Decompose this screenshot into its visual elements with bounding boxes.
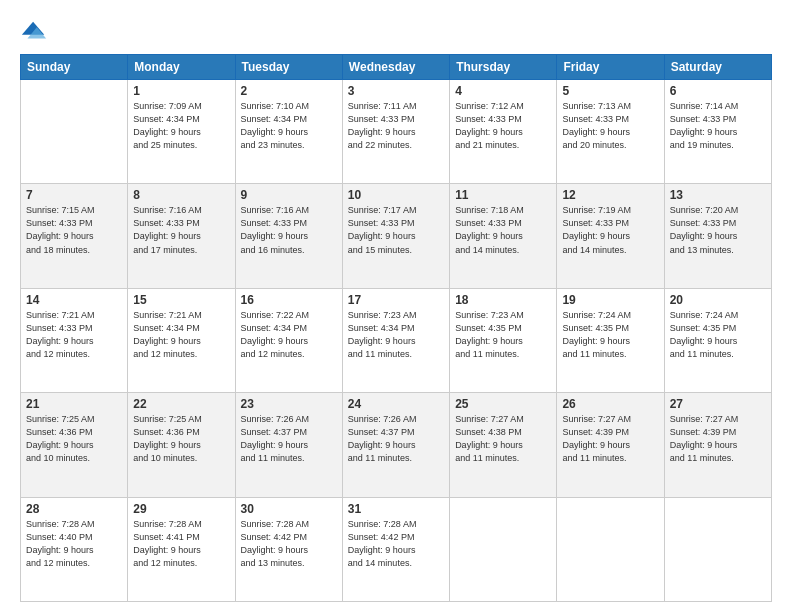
calendar-cell bbox=[664, 497, 771, 601]
calendar-cell: 16Sunrise: 7:22 AM Sunset: 4:34 PM Dayli… bbox=[235, 288, 342, 392]
day-number: 4 bbox=[455, 84, 551, 98]
calendar-cell: 24Sunrise: 7:26 AM Sunset: 4:37 PM Dayli… bbox=[342, 393, 449, 497]
calendar-cell: 28Sunrise: 7:28 AM Sunset: 4:40 PM Dayli… bbox=[21, 497, 128, 601]
calendar-week-row: 28Sunrise: 7:28 AM Sunset: 4:40 PM Dayli… bbox=[21, 497, 772, 601]
calendar-cell: 26Sunrise: 7:27 AM Sunset: 4:39 PM Dayli… bbox=[557, 393, 664, 497]
day-info: Sunrise: 7:25 AM Sunset: 4:36 PM Dayligh… bbox=[26, 413, 122, 465]
day-info: Sunrise: 7:27 AM Sunset: 4:39 PM Dayligh… bbox=[670, 413, 766, 465]
calendar-cell: 27Sunrise: 7:27 AM Sunset: 4:39 PM Dayli… bbox=[664, 393, 771, 497]
day-info: Sunrise: 7:15 AM Sunset: 4:33 PM Dayligh… bbox=[26, 204, 122, 256]
calendar-cell: 8Sunrise: 7:16 AM Sunset: 4:33 PM Daylig… bbox=[128, 184, 235, 288]
day-info: Sunrise: 7:17 AM Sunset: 4:33 PM Dayligh… bbox=[348, 204, 444, 256]
day-info: Sunrise: 7:22 AM Sunset: 4:34 PM Dayligh… bbox=[241, 309, 337, 361]
calendar-day-header: Saturday bbox=[664, 55, 771, 80]
day-number: 10 bbox=[348, 188, 444, 202]
calendar-cell: 6Sunrise: 7:14 AM Sunset: 4:33 PM Daylig… bbox=[664, 80, 771, 184]
calendar-cell: 1Sunrise: 7:09 AM Sunset: 4:34 PM Daylig… bbox=[128, 80, 235, 184]
day-number: 13 bbox=[670, 188, 766, 202]
calendar-cell: 23Sunrise: 7:26 AM Sunset: 4:37 PM Dayli… bbox=[235, 393, 342, 497]
calendar-cell: 21Sunrise: 7:25 AM Sunset: 4:36 PM Dayli… bbox=[21, 393, 128, 497]
day-number: 12 bbox=[562, 188, 658, 202]
day-info: Sunrise: 7:28 AM Sunset: 4:40 PM Dayligh… bbox=[26, 518, 122, 570]
calendar-cell bbox=[21, 80, 128, 184]
calendar-day-header: Sunday bbox=[21, 55, 128, 80]
calendar-header-row: SundayMondayTuesdayWednesdayThursdayFrid… bbox=[21, 55, 772, 80]
day-info: Sunrise: 7:19 AM Sunset: 4:33 PM Dayligh… bbox=[562, 204, 658, 256]
day-number: 30 bbox=[241, 502, 337, 516]
logo bbox=[20, 18, 52, 46]
day-number: 8 bbox=[133, 188, 229, 202]
day-info: Sunrise: 7:12 AM Sunset: 4:33 PM Dayligh… bbox=[455, 100, 551, 152]
calendar-cell: 15Sunrise: 7:21 AM Sunset: 4:34 PM Dayli… bbox=[128, 288, 235, 392]
calendar-week-row: 1Sunrise: 7:09 AM Sunset: 4:34 PM Daylig… bbox=[21, 80, 772, 184]
day-number: 28 bbox=[26, 502, 122, 516]
calendar-cell: 30Sunrise: 7:28 AM Sunset: 4:42 PM Dayli… bbox=[235, 497, 342, 601]
day-info: Sunrise: 7:28 AM Sunset: 4:41 PM Dayligh… bbox=[133, 518, 229, 570]
day-info: Sunrise: 7:23 AM Sunset: 4:35 PM Dayligh… bbox=[455, 309, 551, 361]
day-info: Sunrise: 7:14 AM Sunset: 4:33 PM Dayligh… bbox=[670, 100, 766, 152]
calendar-day-header: Friday bbox=[557, 55, 664, 80]
calendar-day-header: Tuesday bbox=[235, 55, 342, 80]
day-info: Sunrise: 7:16 AM Sunset: 4:33 PM Dayligh… bbox=[241, 204, 337, 256]
day-number: 11 bbox=[455, 188, 551, 202]
day-info: Sunrise: 7:28 AM Sunset: 4:42 PM Dayligh… bbox=[348, 518, 444, 570]
calendar-cell: 19Sunrise: 7:24 AM Sunset: 4:35 PM Dayli… bbox=[557, 288, 664, 392]
day-number: 15 bbox=[133, 293, 229, 307]
calendar-cell: 2Sunrise: 7:10 AM Sunset: 4:34 PM Daylig… bbox=[235, 80, 342, 184]
day-number: 24 bbox=[348, 397, 444, 411]
day-info: Sunrise: 7:26 AM Sunset: 4:37 PM Dayligh… bbox=[348, 413, 444, 465]
logo-icon bbox=[20, 18, 48, 46]
calendar-cell: 5Sunrise: 7:13 AM Sunset: 4:33 PM Daylig… bbox=[557, 80, 664, 184]
calendar-day-header: Monday bbox=[128, 55, 235, 80]
calendar-cell: 7Sunrise: 7:15 AM Sunset: 4:33 PM Daylig… bbox=[21, 184, 128, 288]
day-info: Sunrise: 7:21 AM Sunset: 4:33 PM Dayligh… bbox=[26, 309, 122, 361]
day-info: Sunrise: 7:24 AM Sunset: 4:35 PM Dayligh… bbox=[670, 309, 766, 361]
calendar-cell: 3Sunrise: 7:11 AM Sunset: 4:33 PM Daylig… bbox=[342, 80, 449, 184]
calendar-cell: 14Sunrise: 7:21 AM Sunset: 4:33 PM Dayli… bbox=[21, 288, 128, 392]
calendar-day-header: Thursday bbox=[450, 55, 557, 80]
day-info: Sunrise: 7:16 AM Sunset: 4:33 PM Dayligh… bbox=[133, 204, 229, 256]
day-number: 25 bbox=[455, 397, 551, 411]
day-number: 1 bbox=[133, 84, 229, 98]
calendar-cell: 25Sunrise: 7:27 AM Sunset: 4:38 PM Dayli… bbox=[450, 393, 557, 497]
calendar-cell bbox=[450, 497, 557, 601]
calendar-week-row: 14Sunrise: 7:21 AM Sunset: 4:33 PM Dayli… bbox=[21, 288, 772, 392]
day-number: 5 bbox=[562, 84, 658, 98]
day-number: 26 bbox=[562, 397, 658, 411]
header bbox=[20, 18, 772, 46]
page: SundayMondayTuesdayWednesdayThursdayFrid… bbox=[0, 0, 792, 612]
calendar: SundayMondayTuesdayWednesdayThursdayFrid… bbox=[20, 54, 772, 602]
day-info: Sunrise: 7:09 AM Sunset: 4:34 PM Dayligh… bbox=[133, 100, 229, 152]
day-info: Sunrise: 7:13 AM Sunset: 4:33 PM Dayligh… bbox=[562, 100, 658, 152]
calendar-cell: 17Sunrise: 7:23 AM Sunset: 4:34 PM Dayli… bbox=[342, 288, 449, 392]
day-info: Sunrise: 7:20 AM Sunset: 4:33 PM Dayligh… bbox=[670, 204, 766, 256]
day-number: 22 bbox=[133, 397, 229, 411]
calendar-cell: 22Sunrise: 7:25 AM Sunset: 4:36 PM Dayli… bbox=[128, 393, 235, 497]
day-number: 14 bbox=[26, 293, 122, 307]
calendar-cell: 11Sunrise: 7:18 AM Sunset: 4:33 PM Dayli… bbox=[450, 184, 557, 288]
day-number: 9 bbox=[241, 188, 337, 202]
day-number: 20 bbox=[670, 293, 766, 307]
calendar-cell: 12Sunrise: 7:19 AM Sunset: 4:33 PM Dayli… bbox=[557, 184, 664, 288]
day-info: Sunrise: 7:27 AM Sunset: 4:38 PM Dayligh… bbox=[455, 413, 551, 465]
day-number: 27 bbox=[670, 397, 766, 411]
day-info: Sunrise: 7:26 AM Sunset: 4:37 PM Dayligh… bbox=[241, 413, 337, 465]
day-number: 16 bbox=[241, 293, 337, 307]
day-number: 18 bbox=[455, 293, 551, 307]
day-number: 21 bbox=[26, 397, 122, 411]
day-info: Sunrise: 7:25 AM Sunset: 4:36 PM Dayligh… bbox=[133, 413, 229, 465]
day-number: 2 bbox=[241, 84, 337, 98]
day-number: 3 bbox=[348, 84, 444, 98]
calendar-cell: 31Sunrise: 7:28 AM Sunset: 4:42 PM Dayli… bbox=[342, 497, 449, 601]
calendar-cell: 20Sunrise: 7:24 AM Sunset: 4:35 PM Dayli… bbox=[664, 288, 771, 392]
calendar-day-header: Wednesday bbox=[342, 55, 449, 80]
day-info: Sunrise: 7:18 AM Sunset: 4:33 PM Dayligh… bbox=[455, 204, 551, 256]
calendar-cell: 4Sunrise: 7:12 AM Sunset: 4:33 PM Daylig… bbox=[450, 80, 557, 184]
calendar-week-row: 7Sunrise: 7:15 AM Sunset: 4:33 PM Daylig… bbox=[21, 184, 772, 288]
day-info: Sunrise: 7:24 AM Sunset: 4:35 PM Dayligh… bbox=[562, 309, 658, 361]
day-info: Sunrise: 7:28 AM Sunset: 4:42 PM Dayligh… bbox=[241, 518, 337, 570]
calendar-cell: 29Sunrise: 7:28 AM Sunset: 4:41 PM Dayli… bbox=[128, 497, 235, 601]
calendar-cell: 10Sunrise: 7:17 AM Sunset: 4:33 PM Dayli… bbox=[342, 184, 449, 288]
calendar-cell: 9Sunrise: 7:16 AM Sunset: 4:33 PM Daylig… bbox=[235, 184, 342, 288]
day-info: Sunrise: 7:23 AM Sunset: 4:34 PM Dayligh… bbox=[348, 309, 444, 361]
